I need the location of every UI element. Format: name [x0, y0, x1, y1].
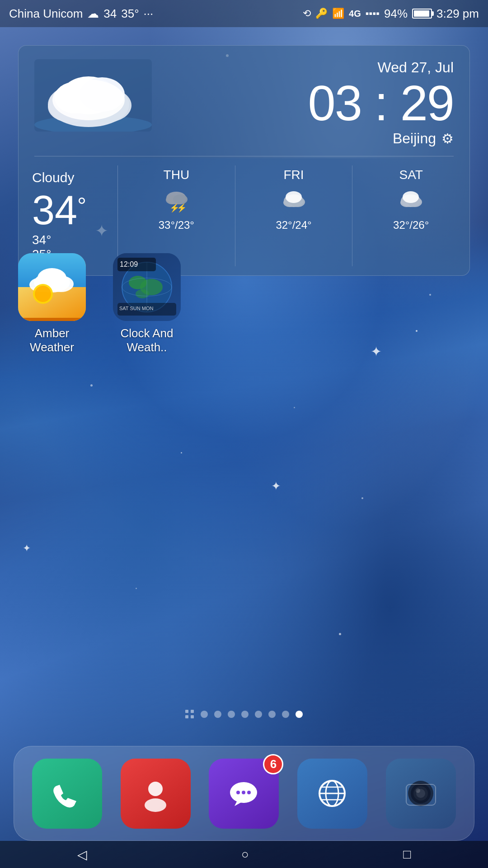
dock-phone-icon[interactable]	[32, 759, 102, 829]
clock-weather-icon[interactable]: 12:09 SAT SUN MON	[113, 253, 181, 321]
svg-point-21	[403, 191, 419, 203]
settings-icon[interactable]: ⚙	[441, 131, 454, 146]
fri-temps: 32°/24°	[276, 219, 311, 231]
svg-text:SAT   SUN  MON: SAT SUN MON	[119, 306, 153, 311]
high-temp: 34°	[32, 233, 51, 247]
status-right: ⟲ 🔑 📶 4G ▪▪▪▪ 94% 3:29 pm	[303, 7, 479, 21]
amber-weather-icon[interactable]	[18, 253, 86, 321]
carrier-name: China Unicom	[9, 7, 83, 21]
page-dot-grid[interactable]	[185, 710, 194, 719]
page-dot-6[interactable]	[268, 711, 276, 718]
svg-point-47	[236, 791, 240, 794]
status-dots: ···	[144, 7, 154, 21]
temp-degree-symbol: °	[77, 194, 86, 217]
widget-date: Wed 27, Jul	[308, 59, 454, 76]
svg-point-17	[286, 191, 302, 203]
messages-badge: 6	[263, 754, 283, 774]
page-dot-active[interactable]	[296, 711, 303, 718]
wifi-icon: 📶	[332, 8, 344, 19]
svg-point-30	[35, 286, 51, 302]
status-time: 3:29 pm	[436, 7, 479, 21]
svg-rect-24	[18, 318, 86, 321]
status-temp-next: 35°	[121, 7, 139, 21]
clock-weather-label: Clock And Weath..	[108, 326, 185, 354]
nav-recent-button[interactable]: □	[389, 843, 424, 866]
status-temp-current: 34	[103, 7, 117, 21]
app-item-amber-weather[interactable]: Amber Weather	[14, 253, 90, 354]
amber-weather-label: Amber Weather	[14, 326, 90, 354]
page-dot-4[interactable]	[241, 711, 249, 718]
dock: 6	[14, 746, 474, 841]
sat-icon	[399, 186, 423, 215]
svg-point-48	[242, 791, 245, 794]
rotate-icon: ⟲	[303, 8, 311, 19]
page-dot-7[interactable]	[282, 711, 289, 718]
thu-temps: 33°/23°	[159, 219, 194, 231]
location-name: Beijing	[393, 130, 436, 147]
nav-home-button[interactable]: ○	[228, 843, 263, 866]
battery-bar	[412, 9, 432, 19]
weather-temp-icon: ☁	[87, 7, 99, 21]
dock-camera-icon[interactable]	[386, 759, 456, 829]
page-dot-3[interactable]	[228, 711, 235, 718]
app-grid: Amber Weather	[14, 253, 185, 354]
sat-name: SAT	[399, 168, 422, 182]
thu-icon: ⚡ ⚡	[164, 186, 189, 215]
svg-point-44	[145, 798, 166, 812]
forecast-thu: THU ⚡ ⚡ 33°/23°	[118, 165, 235, 266]
battery-percent: 94%	[384, 7, 408, 21]
svg-point-11	[173, 194, 188, 204]
widget-time: 03 : 29	[308, 78, 454, 128]
current-temp-main: 34 °	[32, 190, 104, 231]
signal-icon: ▪▪▪▪	[366, 8, 380, 19]
svg-point-43	[148, 782, 163, 796]
nav-back-button[interactable]: ◁	[64, 843, 101, 867]
svg-text:⚡: ⚡	[177, 203, 187, 213]
widget-location: Beijing ⚙	[308, 130, 454, 147]
page-dot-2[interactable]	[214, 711, 221, 718]
forecast-days: THU ⚡ ⚡ 33°/23° FRI	[118, 165, 469, 266]
svg-point-59	[416, 788, 420, 793]
fri-icon	[282, 186, 306, 215]
app-item-clock-weather[interactable]: 12:09 SAT SUN MON Clock And Weath..	[108, 253, 185, 354]
svg-marker-46	[235, 801, 243, 806]
status-bar: China Unicom ☁ 34 35° ··· ⟲ 🔑 📶 4G ▪▪▪▪ …	[0, 0, 488, 27]
4g-badge: 4G	[349, 9, 361, 19]
thu-name: THU	[164, 168, 190, 182]
fri-name: FRI	[283, 168, 304, 182]
widget-datetime: Wed 27, Jul 03 : 29 Beijing ⚙	[308, 59, 454, 147]
page-dot-5[interactable]	[255, 711, 262, 718]
sat-temps: 32°/26°	[393, 219, 429, 231]
widget-top: Wed 27, Jul 03 : 29 Beijing ⚙	[19, 46, 469, 156]
nav-bar: ◁ ○ □	[0, 841, 488, 868]
current-temp-value: 34	[32, 190, 77, 231]
battery-fill	[414, 10, 429, 17]
forecast-fri: FRI 32°/24°	[235, 165, 353, 266]
page-indicators	[0, 710, 488, 719]
forecast-sat: SAT 32°/26°	[352, 165, 469, 266]
key-icon: 🔑	[315, 8, 328, 19]
status-left: China Unicom ☁ 34 35° ···	[9, 7, 153, 21]
dock-contacts-icon[interactable]	[121, 759, 191, 829]
dock-messages-icon[interactable]: 6	[209, 759, 279, 829]
svg-text:12:09: 12:09	[120, 260, 138, 268]
page-dot-1[interactable]	[201, 711, 208, 718]
current-condition: Cloudy	[32, 170, 104, 185]
current-weather: Cloudy 34 ° 34° 25°	[19, 165, 118, 266]
svg-point-49	[247, 791, 251, 794]
weather-cloud-scene	[34, 59, 152, 132]
dock-browser-icon[interactable]	[297, 759, 367, 829]
svg-point-8	[52, 80, 125, 120]
weather-widget: Wed 27, Jul 03 : 29 Beijing ⚙ Cloudy 34 …	[18, 45, 470, 276]
